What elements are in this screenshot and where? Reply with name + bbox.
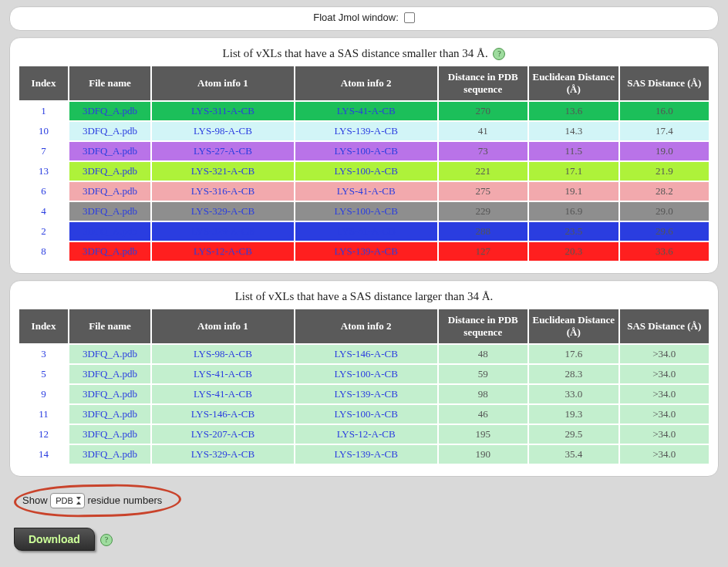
table-row[interactable]: 123DFQ_A.pdbLYS-207-A-CBLYS-12-A-CB19529… (19, 425, 709, 444)
file-name[interactable]: 3DFQ_A.pdb (69, 405, 150, 424)
table-row[interactable]: 43DFQ_A.pdbLYS-329-A-CBLYS-100-A-CB22916… (19, 202, 709, 221)
index[interactable]: 14 (19, 445, 68, 464)
float-jmol-checkbox[interactable] (404, 12, 415, 23)
residue-number-select[interactable]: PDB (50, 493, 85, 508)
atom-info-2[interactable]: LYS-139-A-CB (295, 242, 437, 261)
atom-info-1[interactable]: LYS-311-A-CB (152, 102, 294, 120)
file-name[interactable]: 3DFQ_A.pdb (69, 142, 150, 160)
atom-info-2[interactable]: LYS-41-A-CB (295, 102, 437, 120)
atom-info-2[interactable]: LYS-139-A-CB (295, 445, 437, 464)
sas-distance: >34.0 (620, 345, 709, 363)
file-name[interactable]: 3DFQ_A.pdb (69, 242, 150, 261)
col-header-sas[interactable]: SAS Distance (Å) (620, 309, 709, 343)
table-row[interactable]: 143DFQ_A.pdbLYS-329-A-CBLYS-139-A-CB1903… (19, 445, 709, 464)
atom-info-2[interactable]: LYS-139-A-CB (295, 385, 437, 403)
index[interactable]: 10 (19, 122, 68, 140)
atom-info-2[interactable]: LYS-100-A-CB (295, 365, 437, 383)
atom-info-2[interactable]: LYS-100-A-CB (295, 142, 437, 160)
atom-info-1[interactable]: LYS-146-A-CB (152, 405, 294, 424)
file-name[interactable]: 3DFQ_A.pdb (69, 182, 150, 201)
index[interactable]: 6 (19, 182, 68, 201)
file-name[interactable]: 3DFQ_A.pdb (69, 425, 150, 444)
sas-distance: >34.0 (620, 425, 709, 444)
atom-info-1[interactable]: LYS-12-A-CB (152, 242, 294, 261)
file-name[interactable]: 3DFQ_A.pdb (69, 222, 150, 241)
table2-caption: List of vXLs that have a SAS distance la… (18, 290, 710, 303)
atom-info-2[interactable]: LYS-41-A-CB (295, 222, 437, 241)
index[interactable]: 5 (19, 365, 68, 383)
col-header-sas[interactable]: SAS Distance (Å) (620, 66, 709, 100)
pdb-distance: 288 (439, 222, 528, 241)
col-header-pdbdist[interactable]: Distance in PDB sequence (439, 66, 528, 100)
col-header-eucl[interactable]: Euclidean Distance (Å) (529, 309, 618, 343)
table-row[interactable]: 93DFQ_A.pdbLYS-41-A-CBLYS-139-A-CB9833.0… (19, 385, 709, 403)
atom-info-1[interactable]: LYS-41-A-CB (152, 365, 294, 383)
index[interactable]: 7 (19, 142, 68, 160)
col-header-pdbdist[interactable]: Distance in PDB sequence (439, 309, 528, 343)
file-name[interactable]: 3DFQ_A.pdb (69, 345, 150, 363)
atom-info-1[interactable]: LYS-98-A-CB (152, 345, 294, 363)
atom-info-2[interactable]: LYS-139-A-CB (295, 122, 437, 140)
col-header-atom1[interactable]: Atom info 1 (152, 309, 294, 343)
file-name[interactable]: 3DFQ_A.pdb (69, 365, 150, 383)
col-header-index[interactable]: Index (19, 66, 68, 100)
index[interactable]: 12 (19, 425, 68, 444)
table-row[interactable]: 23DFQ_A.pdbLYS-329-A-CBLYS-41-A-CB28823.… (19, 222, 709, 241)
index[interactable]: 11 (19, 405, 68, 424)
sas-distance: 16.0 (620, 102, 709, 120)
table-row[interactable]: 113DFQ_A.pdbLYS-146-A-CBLYS-100-A-CB4619… (19, 405, 709, 424)
show-label-pre: Show (22, 494, 50, 506)
atom-info-1[interactable]: LYS-316-A-CB (152, 182, 294, 201)
col-header-atom2[interactable]: Atom info 2 (295, 66, 437, 100)
euclidean-distance: 17.6 (529, 345, 618, 363)
file-name[interactable]: 3DFQ_A.pdb (69, 385, 150, 403)
atom-info-1[interactable]: LYS-321-A-CB (152, 162, 294, 181)
index[interactable]: 3 (19, 345, 68, 363)
index[interactable]: 8 (19, 242, 68, 261)
col-header-eucl[interactable]: Euclidean Distance (Å) (529, 66, 618, 100)
atom-info-2[interactable]: LYS-146-A-CB (295, 345, 437, 363)
col-header-file[interactable]: File name (69, 309, 150, 343)
table-row[interactable]: 73DFQ_A.pdbLYS-27-A-CBLYS-100-A-CB7311.5… (19, 142, 709, 160)
download-help-icon[interactable]: ? (100, 534, 113, 546)
file-name[interactable]: 3DFQ_A.pdb (69, 162, 150, 181)
download-button[interactable]: Download (14, 528, 95, 551)
col-header-index[interactable]: Index (19, 309, 68, 343)
file-name[interactable]: 3DFQ_A.pdb (69, 202, 150, 221)
index[interactable]: 4 (19, 202, 68, 221)
pdb-distance: 229 (439, 202, 528, 221)
atom-info-1[interactable]: LYS-329-A-CB (152, 202, 294, 221)
atom-info-1[interactable]: LYS-329-A-CB (152, 222, 294, 241)
table-row[interactable]: 13DFQ_A.pdbLYS-311-A-CBLYS-41-A-CB27013.… (19, 102, 709, 120)
file-name[interactable]: 3DFQ_A.pdb (69, 102, 150, 120)
index[interactable]: 9 (19, 385, 68, 403)
col-header-atom2[interactable]: Atom info 2 (295, 309, 437, 343)
col-header-file[interactable]: File name (69, 66, 150, 100)
file-name[interactable]: 3DFQ_A.pdb (69, 122, 150, 140)
col-header-atom1[interactable]: Atom info 1 (152, 66, 294, 100)
help-icon[interactable]: ? (493, 48, 505, 60)
index[interactable]: 13 (19, 162, 68, 181)
table-row[interactable]: 53DFQ_A.pdbLYS-41-A-CBLYS-100-A-CB5928.3… (19, 365, 709, 383)
atom-info-2[interactable]: LYS-100-A-CB (295, 202, 437, 221)
atom-info-2[interactable]: LYS-41-A-CB (295, 182, 437, 201)
atom-info-1[interactable]: LYS-329-A-CB (152, 445, 294, 464)
table-row[interactable]: 103DFQ_A.pdbLYS-98-A-CBLYS-139-A-CB4114.… (19, 122, 709, 140)
euclidean-distance: 19.1 (529, 182, 618, 201)
file-name[interactable]: 3DFQ_A.pdb (69, 445, 150, 464)
table-row[interactable]: 63DFQ_A.pdbLYS-316-A-CBLYS-41-A-CB27519.… (19, 182, 709, 201)
index[interactable]: 2 (19, 222, 68, 241)
table-row[interactable]: 33DFQ_A.pdbLYS-98-A-CBLYS-146-A-CB4817.6… (19, 345, 709, 363)
index[interactable]: 1 (19, 102, 68, 120)
atom-info-1[interactable]: LYS-27-A-CB (152, 142, 294, 160)
table-row[interactable]: 83DFQ_A.pdbLYS-12-A-CBLYS-139-A-CB12720.… (19, 242, 709, 261)
atom-info-2[interactable]: LYS-100-A-CB (295, 162, 437, 181)
atom-info-1[interactable]: LYS-98-A-CB (152, 122, 294, 140)
atom-info-2[interactable]: LYS-12-A-CB (295, 425, 437, 444)
atom-info-1[interactable]: LYS-41-A-CB (152, 385, 294, 403)
atom-info-2[interactable]: LYS-100-A-CB (295, 405, 437, 424)
sas-distance: 33.6 (620, 242, 709, 261)
pdb-distance: 270 (439, 102, 528, 120)
atom-info-1[interactable]: LYS-207-A-CB (152, 425, 294, 444)
table-row[interactable]: 133DFQ_A.pdbLYS-321-A-CBLYS-100-A-CB2211… (19, 162, 709, 181)
